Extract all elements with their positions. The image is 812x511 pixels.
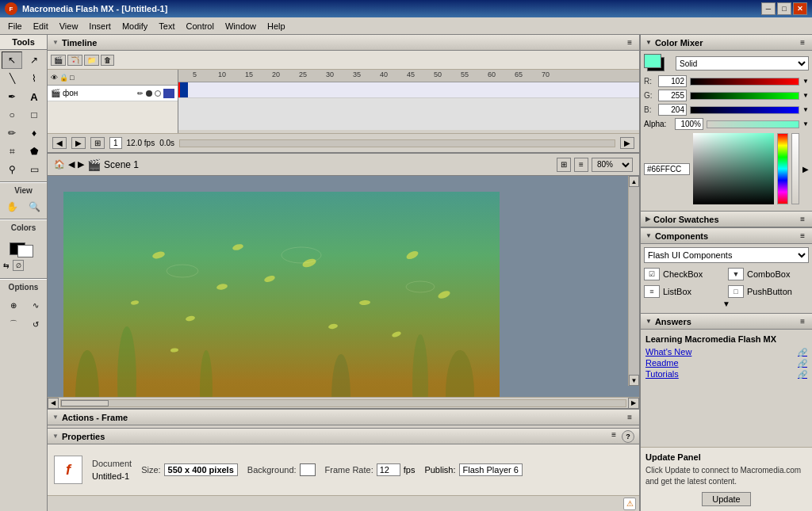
straighten-option[interactable]: ⌒: [3, 315, 24, 333]
sat-box[interactable]: [693, 133, 774, 204]
hue-slider[interactable]: [777, 133, 788, 204]
edit-symbols-btn[interactable]: ⊞: [557, 158, 571, 172]
add-motion-guide-btn[interactable]: 🏹: [67, 55, 82, 66]
text-tool[interactable]: A: [24, 88, 44, 105]
b-slider[interactable]: [690, 106, 799, 114]
add-layer-btn[interactable]: 🎬: [51, 55, 66, 66]
timeline-scroll-right[interactable]: ▶: [620, 137, 634, 149]
stage-canvas[interactable]: [63, 192, 500, 397]
answers-menu-btn[interactable]: ≡: [798, 317, 807, 326]
components-header[interactable]: ▼ Components ≡: [641, 228, 812, 244]
fill-color-swatch[interactable]: [17, 245, 33, 257]
pencil-tool[interactable]: ✏: [2, 124, 22, 142]
stage-vscroll[interactable]: ▲ ▼: [628, 176, 639, 386]
paint-bucket-tool[interactable]: ⬟: [24, 143, 44, 160]
close-button[interactable]: ✕: [793, 2, 807, 15]
scene-menu-btn[interactable]: ≡: [574, 158, 588, 172]
components-select[interactable]: Flash UI Components: [644, 247, 809, 263]
timeline-insert-keyframe-btn[interactable]: ⊞: [90, 137, 105, 149]
comp-scroll-arrow-down[interactable]: ▼: [722, 299, 730, 308]
b-value[interactable]: [658, 104, 687, 116]
readme-link[interactable]: Readme 🔗: [645, 358, 807, 368]
menu-text[interactable]: Text: [154, 20, 179, 32]
menu-insert[interactable]: Insert: [84, 20, 116, 32]
tutorials-link[interactable]: Tutorials 🔗: [645, 369, 807, 379]
menu-view[interactable]: View: [55, 20, 83, 32]
menu-window[interactable]: Window: [220, 20, 261, 32]
actions-menu-btn[interactable]: ≡: [625, 413, 634, 421]
alpha-value[interactable]: [675, 118, 703, 130]
components-menu-btn[interactable]: ≡: [798, 231, 807, 240]
menu-file[interactable]: File: [3, 20, 27, 32]
alpha-strip[interactable]: [791, 133, 799, 204]
no-color-btn[interactable]: ∅: [13, 260, 24, 271]
saturation-brightness-box[interactable]: [693, 133, 774, 204]
props-expand-icon[interactable]: ▼: [52, 433, 59, 440]
menu-modify[interactable]: Modify: [117, 20, 152, 32]
minimize-button[interactable]: ─: [761, 2, 776, 15]
color-mixer-header[interactable]: ▼ Color Mixer ≡: [641, 35, 812, 51]
alpha-slider[interactable]: [707, 120, 799, 128]
color-swatches-menu-btn[interactable]: ≡: [798, 215, 807, 223]
props-help-btn[interactable]: ?: [622, 430, 634, 443]
arrow-tool[interactable]: ↖: [2, 51, 22, 69]
checkbox-component[interactable]: ☑ CheckBox: [644, 268, 725, 280]
zoom-tool[interactable]: 🔍: [24, 198, 44, 215]
restore-button[interactable]: □: [777, 2, 791, 15]
actions-expand-icon[interactable]: ▼: [52, 414, 59, 421]
fill-style-select[interactable]: Solid Linear Radial Bitmap: [676, 56, 809, 71]
combobox-component[interactable]: ▼ ComboBox: [728, 268, 809, 280]
timeline-back-btn[interactable]: ◀: [52, 137, 67, 149]
swap-colors-btn[interactable]: ⇆: [3, 261, 10, 269]
hscroll-track[interactable]: [60, 399, 626, 407]
back-btn[interactable]: ◀: [68, 159, 75, 170]
pushbutton-component[interactable]: □ PushButton: [728, 285, 809, 298]
layer-color-btn[interactable]: [163, 89, 174, 98]
size-value[interactable]: 550 x 400 pixels: [164, 463, 238, 476]
forward-btn[interactable]: ▶: [78, 159, 84, 170]
menu-control[interactable]: Control: [181, 20, 218, 32]
frame-row[interactable]: [178, 82, 639, 98]
vscroll-up-btn[interactable]: ▲: [629, 176, 639, 187]
timeline-forward-btn[interactable]: ▶: [71, 137, 86, 149]
line-tool[interactable]: ╲: [2, 70, 22, 87]
layer-visible-dot[interactable]: [146, 90, 152, 97]
timeline-menu-btn[interactable]: ≡: [625, 38, 634, 47]
whats-new-link[interactable]: What's New 🔗: [645, 347, 807, 357]
brush-tool[interactable]: ♦: [24, 124, 44, 142]
hscroll-thumb[interactable]: [61, 400, 109, 406]
layer-lock-dot[interactable]: [155, 90, 161, 97]
ink-bottle-tool[interactable]: ⌗: [2, 143, 22, 160]
lasso-tool[interactable]: ⌇: [24, 70, 44, 87]
vscroll-down-btn[interactable]: ▼: [629, 375, 639, 386]
hscroll-left-btn[interactable]: ◀: [48, 398, 59, 409]
pen-tool[interactable]: ✒: [2, 88, 22, 105]
rectangle-tool[interactable]: □: [24, 106, 44, 124]
answers-header[interactable]: ▼ Answers ≡: [641, 314, 812, 330]
delete-layer-btn[interactable]: 🗑: [101, 55, 114, 66]
hand-tool[interactable]: ✋: [2, 198, 22, 215]
timeline-expand-icon[interactable]: ▼: [52, 39, 59, 46]
bg-swatch[interactable]: [300, 463, 316, 476]
r-slider[interactable]: [690, 78, 799, 86]
stage-hscroll[interactable]: ◀ ▶: [48, 397, 639, 408]
props-menu-btn[interactable]: ≡: [609, 430, 619, 443]
eraser-tool[interactable]: ▭: [24, 161, 44, 178]
vscroll-track[interactable]: [629, 187, 639, 375]
g-slider[interactable]: [690, 92, 799, 100]
menu-help[interactable]: Help: [262, 20, 290, 32]
add-folder-btn[interactable]: 📁: [84, 55, 99, 66]
subselect-tool[interactable]: ↗: [24, 51, 44, 69]
zoom-select[interactable]: 80% 100% 50%: [592, 158, 633, 172]
color-mixer-menu-btn[interactable]: ≡: [798, 38, 807, 47]
framerate-input[interactable]: [377, 463, 400, 476]
color-swatches-header[interactable]: ▶ Color Swatches ≡: [641, 212, 812, 227]
rotate-option[interactable]: ↺: [25, 315, 46, 333]
eyedropper-tool[interactable]: ⚲: [2, 161, 22, 178]
expand-color-btn[interactable]: ▶: [802, 165, 809, 174]
listbox-component[interactable]: ≡ ListBox: [644, 285, 725, 298]
oval-tool[interactable]: ○: [2, 106, 22, 124]
snap-option[interactable]: ⊕: [3, 296, 24, 314]
r-value[interactable]: [658, 75, 687, 87]
stage-scroll-area[interactable]: ▲ ▼: [48, 176, 639, 397]
